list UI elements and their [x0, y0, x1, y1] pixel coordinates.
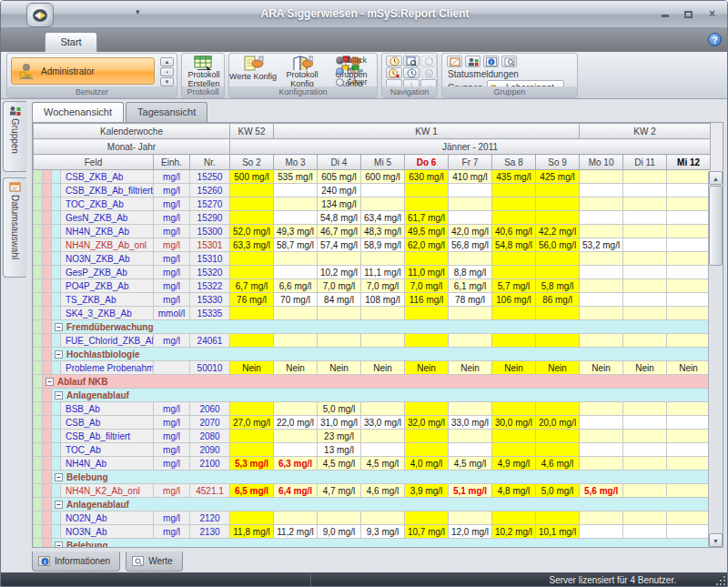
cell-value[interactable]: 42,0 mg/l: [449, 225, 492, 238]
cell-value[interactable]: 240 mg/l: [318, 184, 361, 197]
cell-value[interactable]: 435 mg/l: [492, 170, 536, 184]
cell-value[interactable]: 10,7 mg/l: [405, 525, 449, 539]
cell-value[interactable]: 5,6 mg/l: [580, 484, 623, 498]
cell-value[interactable]: 86 mg/l: [536, 293, 580, 307]
cell-value[interactable]: 134 mg/l: [318, 197, 361, 211]
cell-value[interactable]: 48,3 mg/l: [361, 225, 405, 238]
vertical-scrollbar[interactable]: ▲ ▼: [708, 171, 723, 547]
cell-value[interactable]: [623, 511, 667, 525]
user-item-administrator[interactable]: Administrator: [11, 57, 155, 85]
tab-tagesansicht[interactable]: Tagesansicht: [126, 102, 207, 122]
cell-value[interactable]: [274, 402, 318, 416]
cell-value[interactable]: 535 mg/l: [274, 170, 318, 184]
cell-value[interactable]: [623, 252, 667, 266]
cell-value[interactable]: [405, 430, 449, 443]
cell-value[interactable]: [667, 252, 711, 266]
cell-value[interactable]: Nein: [318, 361, 361, 375]
cell-value[interactable]: 54,8 mg/l: [492, 238, 536, 252]
cell-value[interactable]: 42,2 mg/l: [536, 225, 580, 238]
cell-value[interactable]: 53,2 mg/l: [580, 238, 623, 252]
cell-value[interactable]: 4,6 mg/l: [361, 484, 405, 498]
close-button[interactable]: ×: [704, 7, 720, 18]
nav-refresh-button[interactable]: [420, 56, 437, 66]
cell-value[interactable]: 9,3 mg/l: [361, 525, 405, 539]
cell-value[interactable]: [361, 307, 405, 320]
cell-value[interactable]: 30,0 mg/l: [492, 416, 536, 430]
cell-value[interactable]: [667, 484, 711, 498]
theme-option-blue[interactable]: Blue: [336, 66, 374, 76]
cell-value[interactable]: 61,7 mg/l: [405, 211, 449, 225]
cell-value[interactable]: [667, 225, 711, 238]
cell-value[interactable]: [623, 430, 667, 443]
cell-value[interactable]: [405, 402, 449, 416]
cell-value[interactable]: [274, 334, 318, 348]
cell-value[interactable]: 6,6 mg/l: [274, 279, 318, 293]
cell-value[interactable]: [580, 457, 623, 471]
cell-value[interactable]: [449, 252, 492, 266]
cell-value[interactable]: 4,9 mg/l: [492, 457, 536, 471]
cell-value[interactable]: [492, 443, 536, 457]
cell-value[interactable]: Nein: [230, 361, 274, 375]
cell-value[interactable]: 5,0 mg/l: [536, 484, 580, 498]
cell-value[interactable]: [274, 430, 318, 443]
cell-value[interactable]: [492, 197, 536, 211]
nav-clock-edit-button[interactable]: [386, 67, 402, 78]
cell-value[interactable]: 12,0 mg/l: [449, 525, 492, 539]
cell-value[interactable]: [623, 238, 667, 252]
cell-value[interactable]: [449, 511, 492, 525]
scroll-down-button[interactable]: ▼: [709, 533, 723, 547]
cell-value[interactable]: Nein: [405, 361, 449, 375]
cell-value[interactable]: [361, 443, 405, 457]
cell-value[interactable]: 4,0 mg/l: [405, 457, 449, 471]
cell-value[interactable]: 62,0 mg/l: [405, 238, 449, 252]
cell-value[interactable]: [667, 293, 711, 307]
cell-value[interactable]: [536, 266, 580, 279]
cell-value[interactable]: [623, 197, 667, 211]
cell-value[interactable]: [536, 184, 580, 197]
cell-value[interactable]: [667, 279, 711, 293]
cell-value[interactable]: 4,5 mg/l: [449, 457, 492, 471]
cell-value[interactable]: 6,7 mg/l: [230, 279, 274, 293]
cell-value[interactable]: [492, 430, 536, 443]
cell-value[interactable]: [274, 266, 318, 279]
cell-value[interactable]: [667, 525, 711, 539]
info-button[interactable]: i: [483, 56, 499, 67]
cell-value[interactable]: [623, 307, 667, 320]
cell-value[interactable]: 6,3 mg/l: [274, 457, 318, 471]
cell-value[interactable]: [580, 211, 623, 225]
nav-history-back-button[interactable]: [386, 56, 402, 66]
cell-value[interactable]: 6,1 mg/l: [449, 279, 492, 293]
cell-value[interactable]: 33,0 mg/l: [361, 416, 405, 430]
cell-value[interactable]: Nein: [623, 361, 667, 375]
side-tab-datumsauswahl[interactable]: Datumsauswahl: [3, 177, 26, 278]
tab-werte[interactable]: Werte: [126, 552, 183, 572]
nav-zoom-window-button[interactable]: [403, 56, 420, 66]
cell-value[interactable]: [492, 252, 536, 266]
cell-value[interactable]: [274, 511, 318, 525]
help-button[interactable]: ?: [708, 33, 722, 46]
cell-value[interactable]: 11,2 mg/l: [274, 525, 318, 539]
cell-value[interactable]: [623, 334, 667, 348]
cell-value[interactable]: [230, 197, 274, 211]
cell-value[interactable]: 10,2 mg/l: [318, 266, 361, 279]
cell-value[interactable]: [580, 197, 623, 211]
cell-value[interactable]: 22,0 mg/l: [274, 416, 318, 430]
cell-value[interactable]: Nein: [536, 361, 580, 375]
cell-value[interactable]: [667, 307, 711, 320]
cell-value[interactable]: 6,4 mg/l: [274, 484, 318, 498]
cell-value[interactable]: [361, 184, 405, 197]
cell-value[interactable]: [623, 457, 667, 471]
cell-value[interactable]: [492, 211, 536, 225]
cell-value[interactable]: 23 mg/l: [318, 430, 361, 443]
cell-value[interactable]: 54,8 mg/l: [318, 211, 361, 225]
cell-value[interactable]: [667, 211, 711, 225]
cell-value[interactable]: [580, 225, 623, 238]
cell-value[interactable]: [667, 170, 711, 184]
cell-value[interactable]: [580, 266, 623, 279]
cell-value[interactable]: 58,9 mg/l: [361, 238, 405, 252]
cell-value[interactable]: [623, 443, 667, 457]
cell-value[interactable]: [274, 307, 318, 320]
cell-value[interactable]: [449, 184, 492, 197]
cell-value[interactable]: 13 mg/l: [318, 443, 361, 457]
cell-value[interactable]: [580, 430, 623, 443]
